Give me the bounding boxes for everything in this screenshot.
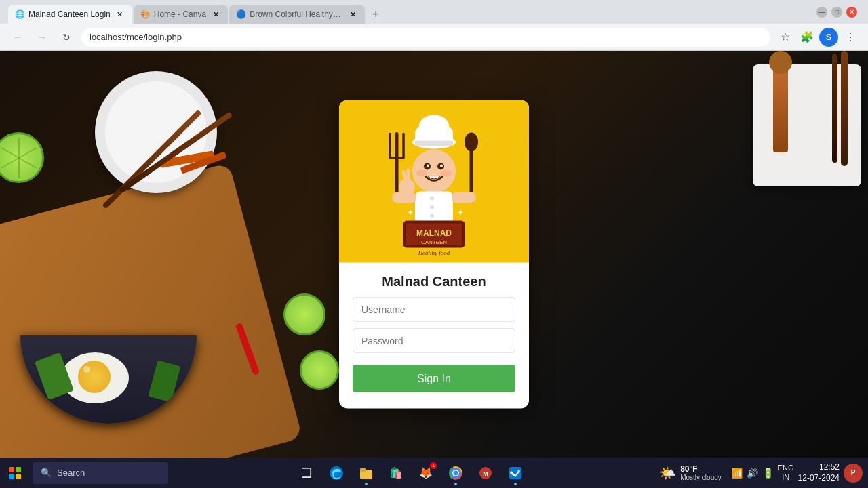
profile-button[interactable]: S	[819, 28, 838, 47]
username-input[interactable]	[353, 298, 515, 322]
svg-rect-18	[415, 192, 453, 226]
weather-widget[interactable]: 🌤️ 80°F Mostly cloudy	[654, 464, 727, 481]
notification-badge: 1	[430, 462, 437, 469]
taskbar-avatar[interactable]: P	[844, 464, 863, 483]
taskbar-vscode[interactable]	[502, 460, 529, 487]
windows-icon	[9, 467, 21, 479]
svg-point-24	[399, 179, 415, 195]
language-indicator: ENG IN	[778, 464, 794, 481]
svg-point-44	[454, 470, 458, 475]
svg-point-15	[440, 165, 443, 167]
taskbar-search-icon: 🔍	[41, 468, 52, 478]
explorer-icon	[359, 466, 374, 481]
vscode-icon	[508, 466, 523, 481]
svg-point-20	[430, 205, 434, 209]
tab-close-3[interactable]: ✕	[347, 9, 358, 20]
windows-icon-tr	[16, 467, 21, 472]
food-bowl	[20, 336, 197, 424]
weather-condition: Mostly cloudy	[680, 474, 722, 481]
svg-rect-23	[452, 192, 476, 203]
region-label: IN	[778, 473, 794, 482]
chef-mascot-svg: MALNAD CANTEEN ✦ ✦ Healthy food	[366, 107, 502, 256]
wooden-spoon	[773, 58, 788, 152]
reload-button[interactable]: ↻	[57, 28, 76, 47]
svg-text:M: M	[483, 470, 488, 477]
taskbar-task-view[interactable]: ❑	[293, 460, 320, 487]
svg-point-16	[416, 170, 427, 177]
login-card: MALNAD CANTEEN ✦ ✦ Healthy food Malnad C…	[339, 100, 529, 409]
password-input[interactable]	[353, 329, 515, 353]
sign-in-button[interactable]: Sign In	[353, 365, 515, 392]
svg-point-17	[441, 170, 452, 177]
minimize-button[interactable]: —	[816, 7, 827, 18]
taskbar-explorer[interactable]	[353, 460, 380, 487]
svg-rect-38	[360, 468, 366, 472]
veggie-1	[35, 352, 74, 400]
windows-icon-br	[16, 474, 21, 479]
bookmark-icon[interactable]: ☆	[776, 28, 795, 47]
new-tab-button[interactable]: +	[366, 5, 385, 24]
svg-point-21	[430, 214, 434, 218]
window-controls: — □ ✕	[816, 7, 857, 18]
toolbar-icons: ☆ 🧩 S ⋮	[776, 28, 860, 47]
svg-point-9	[419, 115, 449, 137]
taskbar-edge[interactable]	[323, 460, 350, 487]
forward-button[interactable]: →	[33, 28, 52, 47]
logo-area: MALNAD CANTEEN ✦ ✦ Healthy food	[339, 100, 529, 263]
svg-text:MALNAD: MALNAD	[416, 228, 452, 238]
system-icons: 📶 🔊 🔋	[731, 468, 774, 479]
close-button[interactable]: ✕	[846, 7, 857, 18]
chrome-icon	[448, 466, 463, 481]
svg-rect-10	[415, 141, 453, 146]
start-button[interactable]	[0, 458, 30, 488]
spoon-holder-stick-2	[832, 54, 837, 163]
address-bar-input[interactable]	[81, 28, 770, 47]
tab-close-2[interactable]: ✕	[210, 9, 221, 20]
battery-icon: 🔋	[762, 468, 774, 479]
svg-text:Healthy food: Healthy food	[418, 249, 450, 256]
tab-malnad-canteen-login[interactable]: 🌐 Malnad Canteen Login ✕	[8, 5, 132, 24]
password-group	[353, 329, 515, 353]
network-icon: 📶	[731, 468, 743, 479]
edge-icon	[329, 466, 344, 481]
windows-icon-tl	[9, 467, 14, 472]
tab-favicon-1: 🌐	[15, 9, 24, 19]
taskbar-app-notification[interactable]: 🦊 1	[412, 460, 439, 487]
clock-time: 12:52	[798, 462, 840, 473]
taskbar-system-tray: 🌤️ 80°F Mostly cloudy 📶 🔊 🔋 ENG IN 12:52…	[654, 462, 868, 483]
weather-info: 80°F Mostly cloudy	[680, 464, 722, 481]
weather-icon: 🌤️	[659, 465, 676, 481]
taskbar-store[interactable]: 🛍️	[382, 460, 410, 487]
spoon-head	[769, 51, 792, 74]
username-group	[353, 298, 515, 322]
language-label: ENG	[778, 464, 794, 472]
svg-text:✦: ✦	[457, 208, 464, 218]
taskbar-search[interactable]: 🔍 Search	[33, 462, 168, 484]
taskbar-search-label: Search	[57, 468, 85, 478]
svg-point-14	[427, 165, 429, 167]
egg-yolk	[78, 361, 111, 393]
taskbar-apps: ❑ 🛍️ 🦊 1	[168, 460, 654, 487]
address-bar-row: ← → ↻ ☆ 🧩 S ⋮	[0, 24, 868, 51]
title-bar: 🌐 Malnad Canteen Login ✕ 🎨 Home - Canva …	[0, 0, 868, 24]
tab-canva-diet[interactable]: 🔵 Brown Colorful Healthy Diet Pr... ✕	[229, 5, 365, 24]
maximize-button[interactable]: □	[831, 7, 842, 18]
volume-icon: 🔊	[747, 468, 758, 479]
browser-chrome: 🌐 Malnad Canteen Login ✕ 🎨 Home - Canva …	[0, 0, 868, 51]
svg-text:CANTEEN: CANTEEN	[421, 239, 447, 245]
tab-favicon-3: 🔵	[236, 9, 245, 19]
page-content: MALNAD CANTEEN ✦ ✦ Healthy food Malnad C…	[0, 51, 868, 458]
misc-icon-1: M	[478, 466, 493, 481]
weather-temp: 80°F	[680, 464, 722, 474]
taskbar-chrome[interactable]	[442, 460, 469, 487]
tabs-bar: 🌐 Malnad Canteen Login ✕ 🎨 Home - Canva …	[5, 0, 388, 24]
system-clock[interactable]: 12:52 12-07-2024	[798, 462, 840, 483]
avatar-initial: P	[851, 469, 856, 476]
svg-point-5	[465, 133, 478, 152]
menu-icon[interactable]: ⋮	[841, 28, 860, 47]
tab-close-1[interactable]: ✕	[115, 9, 125, 20]
extensions-icon[interactable]: 🧩	[797, 28, 816, 47]
tab-home-canva[interactable]: 🎨 Home - Canva ✕	[134, 5, 228, 24]
taskbar-misc-1[interactable]: M	[472, 460, 499, 487]
back-button[interactable]: ←	[8, 28, 27, 47]
